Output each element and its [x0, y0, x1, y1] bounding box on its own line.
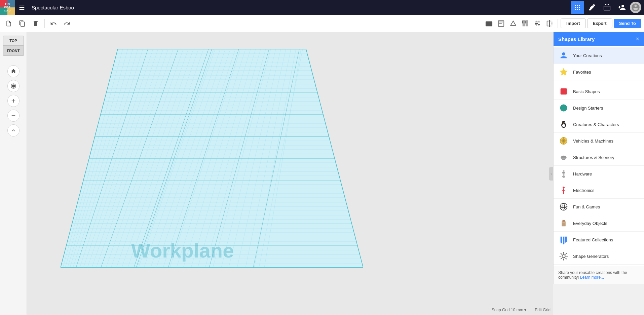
everyday-label: Everyday Objects — [573, 221, 607, 226]
left-sidebar: TOP FRONT — [0, 32, 27, 315]
shape-item-everyday[interactable]: Everyday Objects — [554, 215, 644, 232]
favorites-label: Favorites — [573, 70, 591, 75]
export-button[interactable]: Export — [587, 18, 612, 28]
svg-point-115 — [560, 105, 567, 112]
shape-item-basic-shapes[interactable]: Basic Shapes — [554, 83, 644, 100]
view-cube[interactable]: TOP FRONT — [3, 36, 24, 59]
fit-view-button[interactable] — [7, 124, 20, 136]
shapes-panel-header: Shapes Library × — [554, 32, 644, 46]
shape-item-generators[interactable]: Shape Generators — [554, 248, 644, 265]
everyday-icon — [558, 218, 569, 229]
creatures-label: Creatures & Characters — [573, 122, 619, 127]
ruler-icon-btn[interactable] — [496, 18, 506, 29]
sendto-button[interactable]: Send To — [614, 19, 641, 28]
workplane-label: Workplane — [131, 239, 234, 262]
svg-rect-114 — [561, 88, 567, 95]
group-icon-btn[interactable] — [520, 18, 531, 29]
electronics-icon — [558, 185, 569, 196]
your-creations-label: Your Creations — [573, 53, 602, 58]
collapse-panel-button[interactable]: ‹ — [549, 167, 553, 181]
shape-item-structures[interactable]: Structures & Scenery — [554, 149, 644, 166]
shapes-panel-container: ‹ Shapes Library × Your Creations — [553, 32, 644, 315]
hardware-icon — [558, 168, 569, 179]
shapes-panel-title: Shapes Library — [558, 36, 595, 42]
camera-icon-btn[interactable] — [484, 18, 494, 29]
svg-rect-142 — [563, 220, 565, 222]
projects-button[interactable] — [600, 1, 614, 14]
shapes-panel: Shapes Library × Your Creations Favorite… — [553, 32, 644, 284]
fun-games-icon — [558, 201, 569, 212]
svg-point-120 — [564, 122, 565, 122]
svg-marker-134 — [562, 176, 565, 178]
zoom-out-button[interactable] — [7, 110, 20, 122]
vehicles-label: Vehicles & Machines — [573, 139, 613, 144]
shapes-list: Your Creations Favorites Basic Shapes — [554, 46, 644, 266]
svg-point-119 — [563, 122, 563, 122]
delete-button[interactable] — [30, 17, 42, 30]
svg-point-136 — [563, 187, 565, 189]
shape-item-favorites[interactable]: Favorites — [554, 64, 644, 80]
vehicles-icon — [558, 135, 569, 146]
electronics-label: Electronics — [573, 188, 595, 193]
snap-grid-button[interactable]: Snap Grid 10 mm ▾ — [492, 308, 526, 312]
featured-label: Featured Collections — [573, 237, 613, 242]
design-starters-label: Design Starters — [573, 106, 603, 111]
svg-point-121 — [563, 122, 563, 122]
shape-item-design-starters[interactable]: Design Starters — [554, 100, 644, 116]
generators-icon — [558, 251, 569, 262]
logo-text: TINKERCAD — [0, 0, 15, 15]
shapes-panel-close-button[interactable]: × — [636, 36, 639, 43]
shapes-panel-footer: Share your reusable creations with the c… — [554, 266, 644, 284]
view-cube-top[interactable]: TOP — [3, 36, 24, 46]
favorites-icon — [558, 67, 569, 77]
home-view-button[interactable] — [7, 65, 20, 77]
new-button[interactable] — [3, 17, 15, 30]
orbit-button[interactable] — [7, 80, 20, 92]
svg-point-122 — [564, 122, 564, 122]
svg-point-113 — [562, 52, 565, 55]
main-content: TOP FRONT — [0, 32, 644, 315]
view-cube-front[interactable]: FRONT — [3, 46, 24, 56]
design-starters-icon — [558, 103, 569, 113]
topbar: TINKERCAD ☰ Spectacular Esboo — [0, 0, 644, 15]
svg-point-117 — [562, 124, 565, 127]
shape-icon-btn[interactable] — [508, 18, 519, 29]
creatures-icon — [558, 119, 569, 130]
add-user-button[interactable] — [615, 1, 629, 14]
basic-shapes-label: Basic Shapes — [573, 89, 600, 94]
toolbar: Import Export Send To — [0, 15, 644, 32]
menu-button[interactable]: ☰ — [15, 3, 29, 11]
avatar[interactable] — [630, 2, 641, 13]
import-button[interactable]: Import — [561, 18, 585, 28]
generators-label: Shape Generators — [573, 254, 609, 259]
shape-item-hardware[interactable]: Hardware — [554, 166, 644, 182]
svg-point-139 — [560, 203, 567, 210]
edit-grid-button[interactable]: Edit Grid — [535, 308, 551, 312]
featured-icon — [558, 234, 569, 245]
copy-button[interactable] — [16, 17, 28, 30]
structures-icon — [558, 152, 569, 163]
zoom-in-button[interactable] — [7, 95, 20, 107]
canvas-area[interactable]: Workplane Edit Grid Snap Grid 10 mm ▾ — [27, 32, 553, 315]
tools-button[interactable] — [585, 1, 599, 14]
svg-point-123 — [563, 123, 564, 124]
shape-item-featured[interactable]: Featured Collections — [554, 232, 644, 248]
shape-item-electronics[interactable]: Electronics — [554, 182, 644, 199]
footer-link[interactable]: Learn more... — [580, 275, 604, 280]
align-icon-btn[interactable] — [532, 18, 543, 29]
structures-label: Structures & Scenery — [573, 155, 614, 160]
apps-button[interactable] — [571, 1, 584, 14]
basic-shapes-icon — [558, 86, 569, 97]
logo[interactable]: TINKERCAD — [0, 0, 15, 15]
svg-point-118 — [562, 121, 565, 124]
svg-rect-135 — [562, 172, 565, 173]
redo-button[interactable] — [61, 17, 73, 30]
shape-item-your-creations[interactable]: Your Creations — [554, 47, 644, 64]
mirror-icon-btn[interactable] — [544, 18, 555, 29]
shape-item-vehicles[interactable]: Vehicles & Machines — [554, 133, 644, 149]
undo-button[interactable] — [47, 17, 60, 30]
hardware-label: Hardware — [573, 171, 592, 176]
project-title[interactable]: Spectacular Esboo — [29, 5, 571, 10]
shape-item-fun-games[interactable]: Fun & Games — [554, 199, 644, 215]
shape-item-creatures[interactable]: Creatures & Characters — [554, 116, 644, 133]
